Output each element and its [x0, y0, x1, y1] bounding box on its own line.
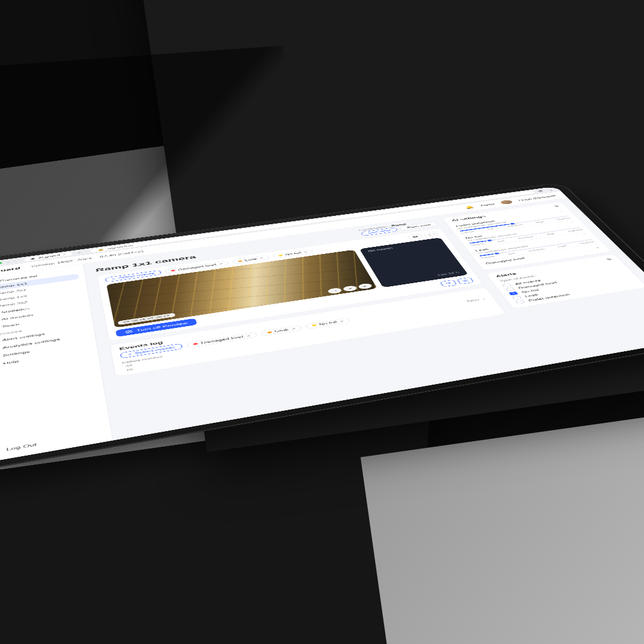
- zoom-reset-icon[interactable]: ⌖: [342, 285, 358, 292]
- nav-back-icon[interactable]: ‹: [7, 261, 10, 264]
- chip-remove-icon[interactable]: ×: [219, 262, 224, 265]
- chip-remove-icon[interactable]: ×: [259, 256, 264, 259]
- menu-icon[interactable]: ⋮: [547, 188, 555, 191]
- snapshot-icon[interactable]: ◎: [457, 277, 474, 284]
- zoom-out-icon[interactable]: −: [327, 287, 342, 294]
- new-tab-icon[interactable]: +: [77, 251, 81, 254]
- zoom-in-icon[interactable]: +: [357, 283, 373, 289]
- logo-text: guard: [0, 266, 20, 273]
- eye-off-icon: ⨂: [125, 330, 133, 334]
- lock-icon: 🔒: [97, 248, 104, 251]
- settings-toggle-icon[interactable]: ⇅: [553, 205, 560, 208]
- nav-fwd-icon[interactable]: ›: [14, 260, 16, 263]
- filter-icon: ▿: [128, 352, 132, 356]
- dot-red-icon: [171, 270, 175, 271]
- tab-close-icon[interactable]: ×: [63, 253, 66, 256]
- chevron-down-icon[interactable]: ⌄: [594, 246, 601, 249]
- dot-orange-icon: [237, 260, 242, 262]
- refresh-icon[interactable]: ⟳: [439, 280, 457, 287]
- bell-icon[interactable]: 🔔: [464, 205, 475, 209]
- checkbox[interactable]: [515, 300, 525, 304]
- alerts-link[interactable]: Alerts: [479, 203, 495, 206]
- expand-icon[interactable]: ⛶: [423, 231, 439, 237]
- dot-yellow-icon: [278, 255, 283, 256]
- avatar[interactable]: [500, 200, 514, 205]
- grid-view-icon[interactable]: ▦: [407, 234, 423, 240]
- alerts-title: Alerts: [494, 272, 517, 278]
- period-label: last 24 h: [437, 271, 460, 276]
- alerts-toggle-icon[interactable]: ⇅: [606, 258, 613, 261]
- tab-favicon: ◆: [30, 257, 35, 260]
- extension-icon[interactable]: ⚙: [537, 190, 544, 193]
- filter-icon: ▿: [112, 277, 116, 280]
- chip-remove-icon[interactable]: ×: [304, 250, 308, 253]
- window-max-dot[interactable]: [0, 262, 2, 264]
- time-axis-label: Time →: [465, 297, 487, 302]
